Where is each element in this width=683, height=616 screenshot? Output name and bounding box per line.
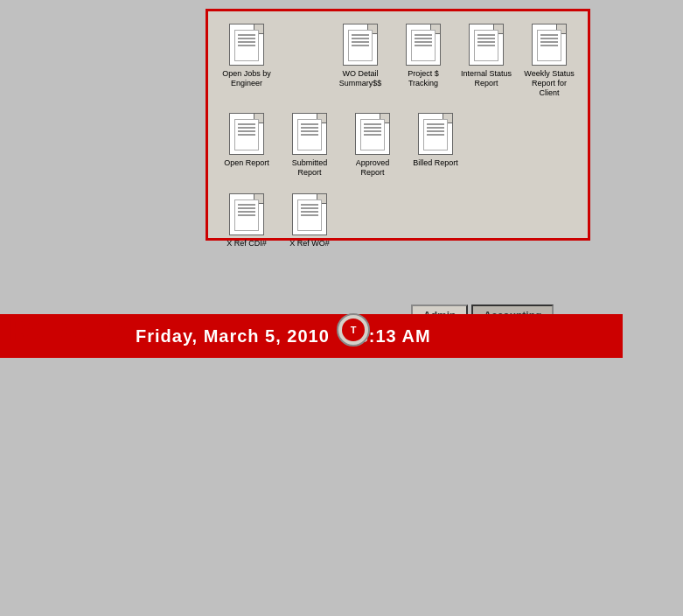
logo-circle: T [337, 313, 370, 346]
wo-detail-summary-label: WO Detail Summary$$ [332, 69, 388, 88]
icon-row-3: X Ref CDI# X Ref [217, 190, 579, 252]
reports-panel: Open Jobs by Engineer [206, 9, 590, 241]
billed-report-label: Billed Report [408, 158, 463, 168]
reports-title: Reports [9, 312, 128, 347]
xref-cdi-label: X Ref CDI# [219, 239, 275, 248]
icon-grid: Open Jobs by Engineer [217, 20, 579, 252]
xref-cdi-icon[interactable]: X Ref CDI# [217, 190, 276, 252]
xref-wo-label: X Ref WO# [282, 239, 338, 248]
approved-report-label: Approved Report [345, 158, 401, 178]
main-area: Open Jobs by Engineer [0, 0, 683, 616]
datetime-display: Friday, March 5, 2010 3:13 AM [136, 326, 431, 346]
open-jobs-engineer-icon[interactable]: Open Jobs by Engineer [217, 20, 276, 92]
weekly-status-report-label: Weekly Status Report for Client [521, 69, 577, 97]
date-text: Friday, March 5, 2010 [136, 326, 330, 346]
billed-report-icon[interactable]: Billed Report [406, 109, 465, 172]
internal-status-report-label: Internal Status Report [458, 69, 514, 88]
xref-wo-icon[interactable]: X Ref WO# [280, 190, 339, 252]
project-tracking-label: Project $ Tracking [395, 69, 451, 88]
open-report-label: Open Report [219, 158, 275, 168]
submitted-report-icon[interactable]: Submitted Report [280, 109, 339, 181]
icon-row-2: Open Report Subm [217, 109, 579, 181]
weekly-status-report-icon[interactable]: Weekly Status Report for Client [519, 20, 579, 101]
wo-detail-summary-icon[interactable]: WO Detail Summary$$ [331, 20, 390, 92]
logo-text: T [351, 325, 357, 335]
open-jobs-engineer-label: Open Jobs by Engineer [219, 69, 275, 88]
logo-inner: T [342, 318, 365, 341]
submitted-report-label: Submitted Report [282, 158, 338, 178]
approved-report-icon[interactable]: Approved Report [343, 109, 402, 181]
icon-row-1: Open Jobs by Engineer [217, 20, 579, 101]
project-tracking-icon[interactable]: Project $ Tracking [394, 20, 453, 92]
internal-status-report-icon[interactable]: Internal Status Report [456, 20, 516, 92]
open-report-icon[interactable]: Open Report [217, 109, 276, 172]
